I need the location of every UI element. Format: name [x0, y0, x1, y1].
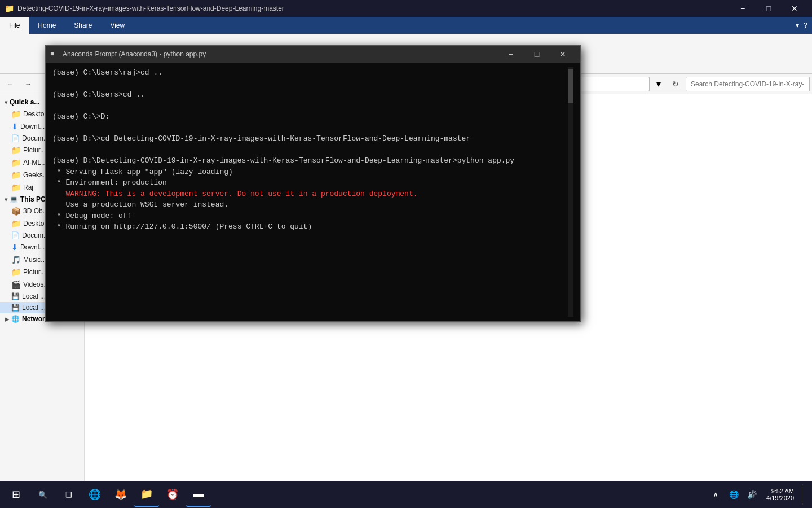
cmd-line-1: (base) C:\Users\raj>cd ..: [52, 67, 568, 78]
tray-chevron[interactable]: ∧: [708, 487, 723, 502]
this-pc-icon: 💻: [10, 195, 18, 203]
drive-icon-local1: 💾: [11, 292, 20, 300]
close-button[interactable]: ✕: [782, 0, 807, 17]
clock-app-button[interactable]: ⏰: [160, 482, 185, 507]
terminal-icon: ▬: [193, 488, 204, 500]
cmd-body: (base) C:\Users\raj>cd .. (base) C:\User…: [46, 63, 580, 321]
firefox-icon: 🦊: [114, 488, 127, 501]
forward-button[interactable]: →: [20, 76, 36, 92]
folder-icon-geeks: 📁: [11, 170, 21, 179]
tab-file[interactable]: File: [0, 17, 29, 34]
cmd-line-3: (base) C:\>D:: [52, 111, 568, 122]
this-pc-chevron: ▾: [5, 196, 7, 203]
edge-icon: 🌐: [89, 488, 101, 501]
cmd-title-bar: ■ Anaconda Prompt (Anaconda3) - python a…: [46, 46, 580, 63]
sidebar-label-pictures1: Pictur...: [23, 146, 46, 154]
folder-icon-downloads1: ⬇: [11, 122, 18, 131]
cmd-line-2: (base) C:\Users>cd ..: [52, 89, 568, 100]
cmd-scrollbar-thumb[interactable]: [568, 69, 573, 103]
sidebar-label-downloads1: Downl...: [20, 122, 45, 130]
tab-home[interactable]: Home: [29, 17, 65, 34]
folder-icon-3dobj: 📦: [11, 207, 21, 216]
network-tray-icon: 🌐: [729, 490, 739, 499]
tab-share[interactable]: Share: [65, 17, 101, 34]
taskbar: ⊞ 🔍 ❑ 🌐 🦊 📁 ⏰ ▬ ∧ 🌐 🔊 9:52 AM 4/19/2020: [0, 481, 812, 508]
drive-icon-local2: 💾: [11, 304, 20, 312]
dropdown-btn[interactable]: ▾: [652, 78, 665, 89]
tab-view[interactable]: View: [101, 17, 134, 34]
network-icon: 🌐: [11, 315, 20, 323]
title-bar-icons: 📁: [5, 4, 14, 13]
back-button[interactable]: ←: [2, 76, 18, 92]
folder-icon-desktop2: 📁: [11, 219, 21, 228]
folder-icon-pictures2: 📁: [11, 268, 21, 277]
show-desktop-button[interactable]: [802, 484, 805, 505]
taskbar-tray: ∧ 🌐 🔊 9:52 AM 4/19/2020: [708, 484, 810, 505]
terminal-button[interactable]: ▬: [186, 482, 211, 507]
ribbon-tabs: File Home Share View ▾ ?: [0, 17, 812, 34]
clock-time: 9:52 AM: [771, 488, 794, 494]
windows-icon: ⊞: [12, 488, 20, 501]
cmd-window: ■ Anaconda Prompt (Anaconda3) - python a…: [45, 45, 581, 322]
sidebar-label-music: Music...: [23, 256, 46, 264]
task-view-button[interactable]: ❑: [56, 482, 81, 507]
cmd-line-blank-3: [52, 122, 568, 134]
tray-network[interactable]: 🌐: [726, 487, 742, 502]
quick-access-chevron: ▾: [5, 99, 7, 106]
tray-volume[interactable]: 🔊: [744, 487, 760, 502]
help-icon[interactable]: ?: [804, 21, 807, 29]
sidebar-label-local2: Local ...: [22, 304, 46, 312]
cmd-line-10: * Debug mode: off: [52, 211, 568, 222]
start-button[interactable]: ⊞: [2, 481, 29, 508]
search-icon: 🔍: [38, 491, 47, 499]
sidebar-label-geeks: Geeks...: [23, 171, 48, 179]
maximize-button[interactable]: □: [756, 0, 782, 17]
cmd-close[interactable]: ✕: [550, 46, 576, 63]
search-button[interactable]: 🔍: [30, 482, 55, 507]
sidebar-label-local1: Local ...: [22, 292, 46, 300]
cmd-line-8: WARNING: This is a development server. D…: [52, 189, 568, 200]
cmd-minimize[interactable]: −: [498, 46, 524, 63]
cmd-line-blank-2: [52, 100, 568, 112]
cmd-line-blank-4: [52, 144, 568, 156]
network-chevron: ▶: [5, 316, 9, 322]
edge-button[interactable]: 🌐: [82, 482, 107, 507]
chevron-icon: ∧: [713, 490, 718, 499]
cmd-line-11: * Running on http://127.0.0.1:5000/ (Pre…: [52, 221, 568, 233]
title-bar-text: Detecting-COVID-19-in-X-ray-images-with-…: [17, 5, 726, 12]
task-view-icon: ❑: [65, 491, 72, 499]
sidebar-label-raj: Raj: [23, 183, 33, 191]
sidebar-label-quick-access: Quick a...: [10, 98, 39, 106]
expand-ribbon-icon[interactable]: ▾: [796, 21, 799, 29]
folder-icon-aiml: 📁: [11, 158, 21, 167]
cmd-content[interactable]: (base) C:\Users\raj>cd .. (base) C:\User…: [52, 67, 568, 317]
sidebar-label-this-pc: This PC: [20, 195, 46, 203]
sidebar-label-pictures2: Pictur...: [23, 268, 46, 276]
cmd-scrollbar[interactable]: [568, 67, 573, 317]
cmd-title: Anaconda Prompt (Anaconda3) - python app…: [63, 50, 498, 58]
sidebar-label-downloads2: Downl...: [20, 243, 45, 251]
file-explorer-icon: 📁: [140, 488, 153, 500]
title-bar-controls: − □ ✕: [730, 0, 807, 17]
refresh-button[interactable]: ↻: [668, 76, 683, 92]
search-input[interactable]: [686, 77, 810, 91]
cmd-line-5: (base) D:\Detecting-COVID-19-in-X-ray-im…: [52, 155, 568, 167]
cmd-line-4: (base) D:\>cd Detecting-COVID-19-in-X-ra…: [52, 133, 568, 144]
folder-icon-raj: 📁: [11, 183, 21, 192]
minimize-button[interactable]: −: [730, 0, 756, 17]
folder-icon: 📁: [5, 4, 14, 13]
folder-icon-music: 🎵: [11, 255, 21, 264]
folder-icon-desktop1: 📁: [11, 110, 21, 119]
clock-date: 4/19/2020: [766, 494, 794, 501]
firefox-button[interactable]: 🦊: [108, 482, 133, 507]
cmd-line-9: Use a production WSGI server instead.: [52, 199, 568, 211]
folder-icon-pictures1: 📁: [11, 146, 21, 155]
clock-icon: ⏰: [166, 488, 179, 501]
cmd-maximize[interactable]: □: [524, 46, 550, 63]
cmd-icon: ■: [50, 50, 59, 59]
file-explorer-button[interactable]: 📁: [134, 482, 159, 507]
folder-icon-videos: 🎬: [11, 280, 21, 289]
folder-icon-documents2: 📄: [11, 231, 20, 239]
taskbar-clock[interactable]: 9:52 AM 4/19/2020: [762, 488, 798, 501]
sidebar-label-3dobj: 3D Ob...: [23, 207, 48, 215]
